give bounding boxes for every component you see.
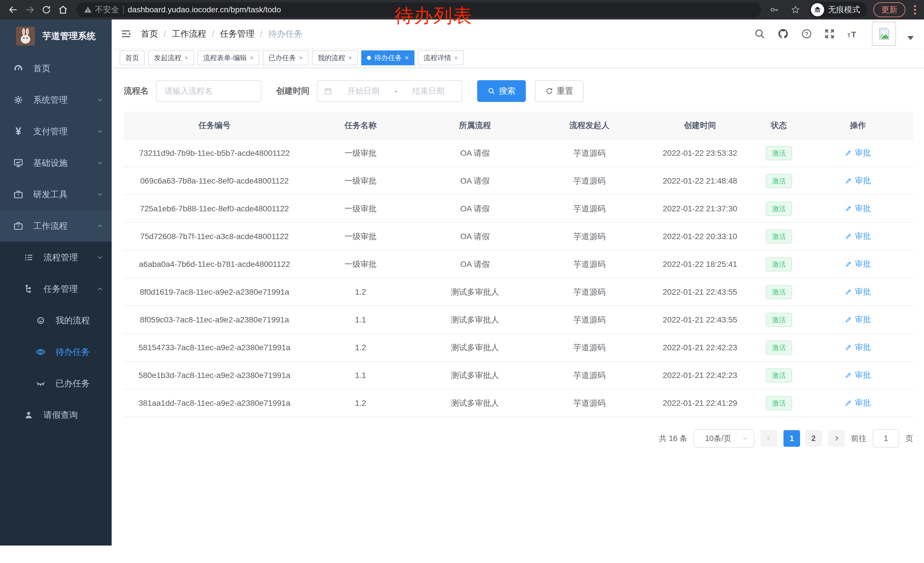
col-status: 状态 — [755, 112, 802, 139]
tab-6[interactable]: 流程详情× — [418, 50, 464, 65]
cell-task-id: 069c6a63-7b8a-11ec-8ef0-acde48001122 — [124, 167, 305, 195]
status-badge: 激活 — [766, 257, 792, 272]
tab-3[interactable]: 已办任务× — [263, 50, 309, 65]
incognito-badge: 无痕模式 — [809, 2, 867, 18]
cell-starter: 芋道源码 — [534, 278, 645, 306]
status-badge: 激活 — [766, 313, 792, 327]
approve-link[interactable]: 审批 — [845, 286, 871, 297]
approve-link[interactable]: 审批 — [845, 370, 871, 381]
cell-action: 审批 — [802, 306, 913, 333]
tab-close-icon[interactable]: × — [250, 54, 254, 62]
approve-link[interactable]: 审批 — [845, 398, 871, 408]
table-row: 8f0d1619-7ac8-11ec-a9e2-a2380e71991a1.2测… — [124, 278, 913, 306]
sidebar-item-system[interactable]: 系统管理 — [0, 84, 112, 116]
search-button[interactable]: 搜索 — [477, 80, 526, 102]
sidebar-item-infra[interactable]: 基础设施 — [0, 147, 112, 179]
date-range-input[interactable]: 开始日期 - 结束日期 — [317, 80, 462, 102]
table-row: 580e1b3d-7ac8-11ec-a9e2-a2380e71991a1.1测… — [124, 362, 913, 389]
tab-4[interactable]: 我的流程× — [312, 50, 358, 65]
sidebar-item-workflow[interactable]: 工作流程 — [0, 210, 112, 242]
fullscreen-icon[interactable] — [824, 28, 835, 39]
sidebar-item-process-mgmt[interactable]: 流程管理 — [0, 242, 112, 273]
sidebar-item-my-process[interactable]: 我的流程 — [0, 305, 112, 336]
process-name-input[interactable] — [156, 80, 261, 102]
table-row: 73211d9d-7b9b-11ec-b5b7-acde48001122一级审批… — [124, 139, 913, 167]
forward-icon[interactable] — [22, 2, 37, 17]
active-tab-dot — [367, 56, 371, 60]
approve-link[interactable]: 审批 — [845, 147, 871, 158]
reload-icon[interactable] — [39, 2, 54, 17]
next-page-button[interactable] — [828, 430, 845, 447]
breadcrumb-task-mgmt[interactable]: 任务管理 — [220, 28, 255, 40]
sidebar-item-leave-query[interactable]: 请假查询 — [0, 399, 112, 431]
back-icon[interactable] — [6, 2, 21, 17]
bookmark-star-icon[interactable] — [788, 2, 803, 17]
font-size-icon[interactable]: TT — [847, 28, 861, 39]
task-table-body: 73211d9d-7b9b-11ec-b5b7-acde48001122一级审批… — [124, 139, 913, 417]
tab-1[interactable]: 发起流程× — [148, 50, 194, 65]
cell-create-time: 2022-01-22 23:53:32 — [645, 139, 755, 167]
sidebar-item-payment[interactable]: ¥ 支付管理 — [0, 116, 112, 147]
workflow-submenu: 流程管理 任务管理 我的流程 — [0, 242, 112, 545]
col-actions: 操作 — [802, 112, 913, 139]
sidebar-item-devtools[interactable]: 研发工具 — [0, 179, 112, 210]
security-warning[interactable]: 不安全 — [84, 4, 119, 15]
sidebar-collapse-icon[interactable] — [120, 28, 132, 39]
cell-status: 激活 — [755, 139, 802, 167]
page-size-select[interactable]: 10条/页 — [694, 429, 754, 447]
help-icon[interactable]: ? — [801, 28, 812, 39]
cell-starter: 芋道源码 — [534, 195, 645, 222]
avatar[interactable] — [872, 22, 896, 46]
address-bar[interactable]: 不安全 dashboard.yudao.iocoder.cn/bpm/task/… — [76, 2, 761, 17]
sidebar-item-done-tasks[interactable]: 已办任务 — [0, 368, 112, 399]
app-logo-row[interactable]: 芋道管理系统 — [0, 20, 112, 53]
pen-icon — [845, 177, 852, 185]
page-button-2[interactable]: 2 — [805, 430, 822, 447]
tab-close-icon[interactable]: × — [299, 54, 303, 62]
approve-link[interactable]: 审批 — [845, 203, 871, 214]
monitor-icon — [12, 158, 25, 168]
password-key-icon[interactable] — [767, 2, 782, 17]
tab-close-icon[interactable]: × — [454, 54, 458, 62]
breadcrumb-home[interactable]: 首页 — [141, 28, 158, 40]
task-table: 任务编号 任务名称 所属流程 流程发起人 创建时间 状态 操作 73211d9d… — [124, 112, 913, 417]
page-button-1[interactable]: 1 — [783, 430, 800, 447]
approve-link[interactable]: 审批 — [845, 314, 871, 325]
tab-5[interactable]: 待办任务× — [361, 50, 414, 65]
approve-link[interactable]: 审批 — [845, 175, 871, 186]
search-icon[interactable] — [754, 28, 765, 39]
pen-icon — [845, 233, 852, 240]
approve-link[interactable]: 审批 — [845, 342, 871, 353]
sidebar-item-label: 待办任务 — [56, 346, 90, 358]
gear-icon — [12, 95, 25, 105]
tab-0[interactable]: 首页 — [120, 50, 145, 65]
cell-action: 审批 — [802, 139, 913, 167]
approve-link[interactable]: 审批 — [845, 231, 871, 242]
tab-close-icon[interactable]: × — [184, 54, 188, 62]
update-button[interactable]: 更新 — [873, 2, 905, 17]
sidebar-item-todo-tasks[interactable]: 待办任务 — [0, 336, 112, 368]
goto-page-input[interactable] — [873, 429, 899, 447]
prev-page-button[interactable] — [760, 430, 777, 447]
navbar: 首页 / 工作流程 / 任务管理 / 待办任务 ? — [112, 20, 924, 48]
status-badge: 激活 — [766, 230, 792, 244]
chevron-down-icon — [96, 96, 104, 104]
breadcrumb-separator: / — [212, 29, 214, 39]
sidebar: 芋道管理系统 首页 系统管理 ¥ 支付管理 — [0, 20, 112, 545]
github-icon[interactable] — [777, 27, 789, 40]
tab-close-icon[interactable]: × — [348, 54, 352, 62]
breadcrumb-workflow[interactable]: 工作流程 — [172, 28, 206, 40]
sidebar-item-home[interactable]: 首页 — [0, 53, 112, 84]
home-icon[interactable] — [56, 2, 70, 17]
reset-button[interactable]: 重置 — [535, 80, 584, 102]
eye-icon — [34, 347, 48, 357]
browser-menu-icon[interactable] — [912, 5, 918, 15]
status-badge: 激活 — [766, 285, 792, 299]
sidebar-item-task-mgmt[interactable]: 任务管理 — [0, 273, 112, 305]
cell-create-time: 2022-01-21 22:41:29 — [645, 389, 755, 417]
avatar-caret-icon[interactable] — [908, 36, 914, 40]
tab-close-icon[interactable]: × — [405, 54, 409, 62]
tab-2[interactable]: 流程表单-编辑× — [198, 50, 260, 65]
approve-link[interactable]: 审批 — [845, 258, 871, 269]
cell-starter: 芋道源码 — [534, 167, 645, 195]
